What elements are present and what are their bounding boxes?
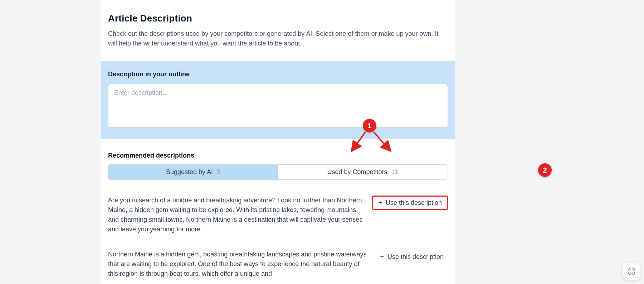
outline-label: Description in your outline [108,71,448,78]
description-text: Northern Maine is a hidden gem, boasting… [108,250,367,279]
use-this-description-button[interactable]: + Use this description [376,250,448,263]
description-input[interactable] [108,84,448,127]
list-item: Northern Maine is a hidden gem, boasting… [108,243,448,284]
plus-icon: + [378,199,382,207]
tab-used-by-competitors[interactable]: Used by Competitors 11 [278,165,448,179]
use-this-description-button[interactable]: + Use this description [372,196,448,210]
recommendation-list: Are you in search of a unique and breath… [108,189,448,284]
article-description-panel: Article Description Check out the descri… [101,0,455,284]
svg-point-4 [632,270,633,271]
tab-comp-label: Used by Competitors [327,168,387,175]
svg-point-2 [628,268,635,275]
recommended-label: Recommended descriptions [108,152,448,159]
smiley-icon [627,267,636,276]
tab-suggested-by-ai[interactable]: Suggested by AI 5 [108,164,278,180]
svg-point-3 [630,270,631,271]
list-item: Are you in search of a unique and breath… [108,189,448,243]
feedback-button[interactable] [623,263,640,280]
annotation-badge-2: 2 [538,163,552,177]
page-title: Article Description [108,13,448,24]
description-text: Are you in search of a unique and breath… [108,196,364,234]
tab-comp-count: 11 [391,168,399,175]
outline-section: Description in your outline [101,61,455,139]
recommendation-tabs: Suggested by AI 5 Used by Competitors 11 [108,164,448,180]
page-subtitle: Check out the descriptions used by your … [108,29,448,48]
use-label: Use this description [387,253,444,261]
tab-ai-count: 5 [217,168,220,175]
tab-ai-label: Suggested by AI [166,168,213,175]
plus-icon: + [380,253,384,261]
use-label: Use this description [386,199,442,207]
